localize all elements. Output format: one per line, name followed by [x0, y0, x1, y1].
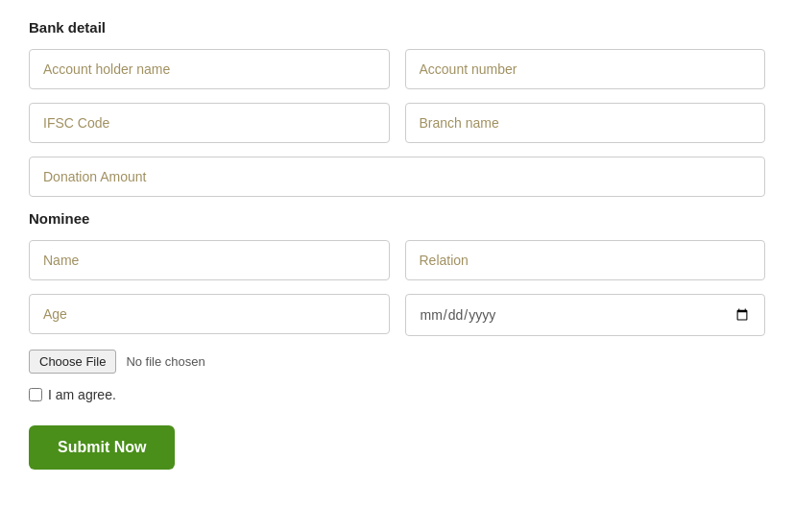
submit-button[interactable]: Submit Now — [29, 425, 175, 470]
donation-amount-input[interactable] — [29, 157, 765, 197]
bank-row-1 — [29, 49, 765, 89]
nominee-dob-input[interactable] — [405, 294, 766, 336]
nominee-relation-group — [405, 240, 766, 280]
nominee-row-1 — [29, 240, 765, 280]
nominee-row-2 — [29, 294, 765, 336]
account-number-input[interactable] — [405, 49, 766, 89]
nominee-relation-input[interactable] — [405, 240, 766, 280]
agree-checkbox[interactable] — [29, 388, 42, 401]
account-holder-group — [29, 49, 390, 89]
agree-row: I am agree. — [29, 387, 765, 402]
nominee-name-input[interactable] — [29, 240, 390, 280]
nominee-dob-group — [405, 294, 766, 336]
account-number-group — [405, 49, 766, 89]
nominee-name-group — [29, 240, 390, 280]
file-no-chosen-label: No file chosen — [126, 354, 205, 369]
file-upload-row: Choose File No file chosen — [29, 350, 765, 374]
ifsc-code-input[interactable] — [29, 103, 390, 143]
nominee-age-input[interactable] — [29, 294, 390, 334]
ifsc-group — [29, 103, 390, 143]
donation-amount-group — [29, 157, 765, 197]
branch-name-input[interactable] — [405, 103, 766, 143]
agree-label: I am agree. — [48, 387, 116, 402]
bank-row-3 — [29, 157, 765, 197]
bank-row-2 — [29, 103, 765, 143]
branch-name-group — [405, 103, 766, 143]
nominee-age-group — [29, 294, 390, 336]
bank-detail-title: Bank detail — [29, 19, 765, 36]
choose-file-button[interactable]: Choose File — [29, 350, 116, 374]
nominee-title: Nominee — [29, 210, 765, 227]
nominee-section: Nominee — [29, 210, 765, 336]
bank-detail-section: Bank detail — [29, 19, 765, 197]
account-holder-name-input[interactable] — [29, 49, 390, 89]
